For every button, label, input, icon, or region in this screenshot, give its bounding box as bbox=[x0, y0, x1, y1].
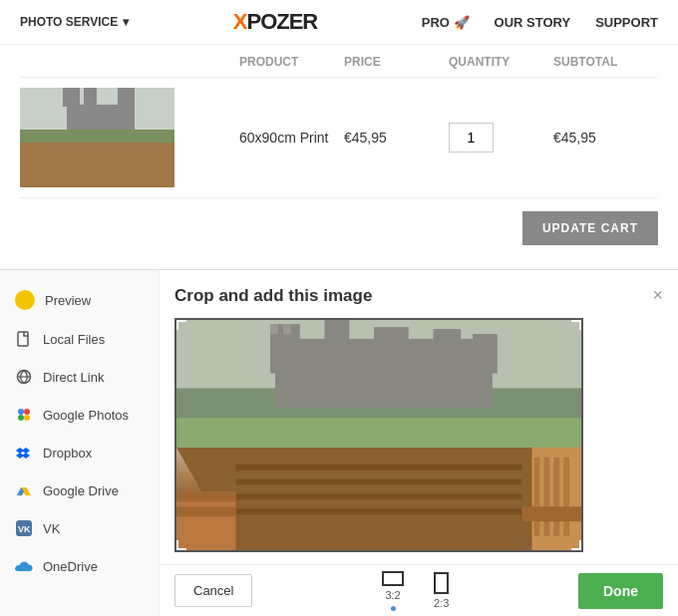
update-cart-button[interactable]: UPDATE CART bbox=[522, 211, 658, 245]
ratio-3-2-label: 3:2 bbox=[385, 589, 400, 601]
modal-header: Crop and add this image × bbox=[174, 285, 663, 306]
product-name: 60x90cm Print bbox=[239, 130, 344, 146]
svg-rect-17 bbox=[270, 324, 278, 334]
cart-section: PRODUCT PRICE QUANTITY SUBTOTAL bbox=[0, 45, 678, 203]
dropbox-icon bbox=[15, 444, 33, 462]
sidebar-item-direct-link[interactable]: Direct Link bbox=[0, 358, 159, 396]
crop-area[interactable] bbox=[174, 318, 583, 552]
sidebar-label-google-drive: Google Drive bbox=[43, 483, 119, 498]
photo-service-menu[interactable]: PHOTO SERVICE ▾ bbox=[20, 15, 129, 29]
svg-rect-27 bbox=[176, 506, 235, 516]
svg-point-4 bbox=[24, 409, 30, 415]
done-button[interactable]: Done bbox=[578, 573, 663, 609]
logo-x: X bbox=[233, 9, 247, 34]
photo-service-label: PHOTO SERVICE bbox=[20, 15, 118, 29]
nav-support[interactable]: SUPPORT bbox=[595, 15, 658, 30]
col-subtotal: SUBTOTAL bbox=[553, 55, 658, 69]
sidebar-label-local-files: Local Files bbox=[43, 332, 105, 347]
crop-handle-bottomleft[interactable] bbox=[176, 540, 186, 550]
header: PHOTO SERVICE ▾ XPOZER PRO 🚀 OUR STORY S… bbox=[0, 0, 678, 45]
sidebar-label-onedrive: OneDrive bbox=[43, 559, 98, 574]
col-image bbox=[20, 55, 239, 69]
svg-rect-16 bbox=[473, 334, 498, 374]
crop-handle-topleft[interactable] bbox=[176, 320, 186, 330]
sidebar-label-vk: VK bbox=[43, 521, 60, 536]
svg-point-3 bbox=[18, 409, 24, 415]
sidebar-label-dropbox: Dropbox bbox=[43, 446, 92, 461]
svg-rect-0 bbox=[18, 332, 28, 346]
link-icon bbox=[15, 368, 33, 386]
ratio-2-3-label: 2:3 bbox=[434, 597, 449, 609]
quantity-cell bbox=[449, 123, 553, 153]
cart-header: PRODUCT PRICE QUANTITY SUBTOTAL bbox=[20, 55, 658, 78]
sidebar-label-preview: Preview bbox=[45, 293, 91, 308]
subtotal-value: €45,95 bbox=[553, 130, 658, 146]
ratio-options: 3:2 2:3 bbox=[382, 571, 449, 611]
svg-rect-13 bbox=[325, 320, 350, 364]
svg-rect-19 bbox=[176, 418, 581, 448]
modal-footer: Cancel 3:2 2:3 Done bbox=[160, 564, 678, 616]
crop-image bbox=[176, 320, 581, 550]
svg-rect-33 bbox=[522, 506, 581, 521]
svg-rect-15 bbox=[433, 329, 461, 374]
nav-our-story[interactable]: OUR STORY bbox=[495, 15, 571, 30]
sidebar-item-preview[interactable]: Preview bbox=[0, 280, 159, 320]
sidebar-item-dropbox[interactable]: Dropbox bbox=[0, 434, 159, 471]
svg-rect-14 bbox=[374, 327, 409, 367]
svg-rect-31 bbox=[553, 458, 559, 536]
file-icon bbox=[15, 330, 33, 348]
sidebar-item-google-drive[interactable]: Google Drive bbox=[0, 471, 159, 509]
sidebar-label-direct-link: Direct Link bbox=[43, 370, 104, 385]
update-cart-wrapper: UPDATE CART bbox=[0, 203, 678, 250]
sidebar-item-google-photos[interactable]: Google Photos bbox=[0, 396, 159, 434]
product-image bbox=[20, 88, 174, 187]
vk-icon: VK bbox=[15, 519, 33, 537]
preview-circle-icon bbox=[15, 290, 35, 310]
sidebar-item-onedrive[interactable]: OneDrive bbox=[0, 547, 159, 585]
service-dropdown-icon: ▾ bbox=[123, 15, 129, 29]
logo-suffix: POZER bbox=[246, 9, 317, 34]
ratio-2-3-icon bbox=[434, 572, 449, 594]
quantity-input[interactable] bbox=[449, 123, 494, 153]
ratio-2-3-option[interactable]: 2:3 bbox=[434, 572, 449, 609]
nav-pro[interactable]: PRO 🚀 bbox=[422, 15, 470, 30]
col-product: PRODUCT bbox=[239, 55, 344, 69]
crop-handle-topright[interactable] bbox=[571, 320, 581, 330]
ratio-3-2-option[interactable]: 3:2 bbox=[382, 571, 404, 611]
svg-rect-26 bbox=[176, 491, 235, 501]
product-thumbnail bbox=[20, 88, 174, 187]
svg-rect-18 bbox=[283, 324, 291, 334]
google-photos-icon bbox=[15, 406, 33, 424]
site-logo: XPOZER bbox=[233, 9, 317, 35]
sidebar-label-google-photos: Google Photos bbox=[43, 408, 129, 423]
col-quantity: QUANTITY bbox=[449, 55, 553, 69]
svg-point-5 bbox=[18, 415, 24, 421]
footer-left: Cancel bbox=[174, 574, 252, 607]
svg-rect-30 bbox=[543, 458, 549, 536]
modal-sidebar: Preview Local Files Direct Link Google P… bbox=[0, 270, 160, 616]
sidebar-item-local-files[interactable]: Local Files bbox=[0, 320, 159, 358]
ratio-3-2-active-dot bbox=[391, 606, 396, 611]
modal-close-button[interactable]: × bbox=[652, 285, 663, 306]
cart-row: 60x90cm Print €45,95 €45,95 bbox=[20, 78, 658, 198]
main-nav: PRO 🚀 OUR STORY SUPPORT bbox=[422, 15, 658, 30]
sidebar-item-vk[interactable]: VK VK bbox=[0, 509, 159, 547]
col-price: PRICE bbox=[344, 55, 449, 69]
crop-handle-bottomright[interactable] bbox=[571, 540, 581, 550]
svg-rect-32 bbox=[563, 458, 569, 536]
cancel-button[interactable]: Cancel bbox=[174, 574, 252, 607]
svg-text:VK: VK bbox=[18, 524, 31, 534]
ratio-3-2-icon bbox=[382, 571, 404, 586]
svg-point-6 bbox=[24, 415, 30, 421]
modal-title: Crop and add this image bbox=[174, 286, 372, 306]
svg-rect-29 bbox=[533, 458, 539, 536]
footer-right: Done bbox=[578, 573, 663, 609]
product-price: €45,95 bbox=[344, 130, 449, 146]
onedrive-icon bbox=[15, 557, 33, 575]
google-drive-icon bbox=[15, 481, 33, 499]
